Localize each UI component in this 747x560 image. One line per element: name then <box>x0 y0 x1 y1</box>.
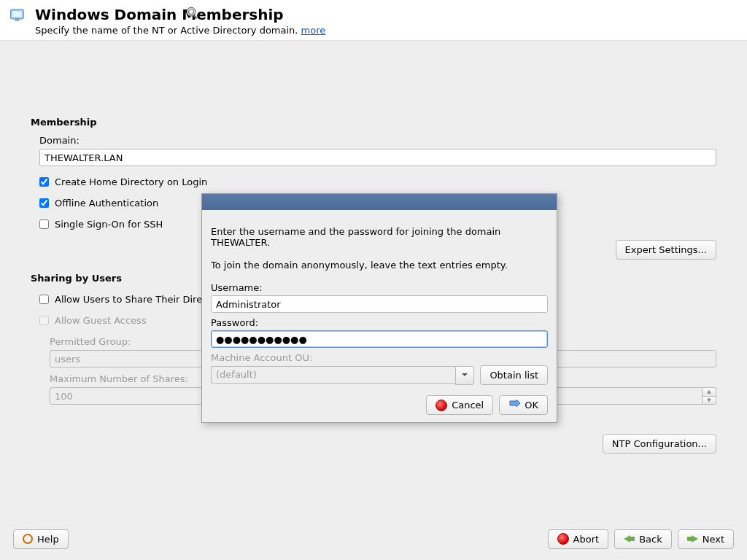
cancel-icon <box>436 400 447 411</box>
password-input[interactable] <box>211 330 548 348</box>
domain-input[interactable] <box>39 149 716 166</box>
allow-guest-label: Allow Guest Access <box>55 315 147 326</box>
next-button[interactable]: Next <box>678 529 734 549</box>
membership-heading: Membership <box>31 117 716 128</box>
machine-ou-combo <box>211 366 474 385</box>
ok-button[interactable]: OK <box>499 395 548 415</box>
sso-ssh-label: Single Sign-On for SSH <box>55 219 163 230</box>
spinner-up-icon: ▲ <box>702 387 716 396</box>
allow-guest-checkbox <box>39 316 49 325</box>
sso-ssh-checkbox[interactable] <box>39 219 49 229</box>
help-button[interactable]: Help <box>13 529 69 549</box>
create-home-label: Create Home Directory on Login <box>55 176 207 187</box>
arrow-right-icon <box>687 535 698 542</box>
page-header: Windows Domain Membership Specify the na… <box>0 0 747 41</box>
domain-icon <box>9 6 28 27</box>
stop-icon <box>557 533 569 545</box>
page-subtitle: Specify the name of the NT or Active Dir… <box>35 25 738 36</box>
ntp-config-button[interactable]: NTP Configuration... <box>603 434 716 454</box>
back-button[interactable]: Back <box>614 529 672 549</box>
cursor-artifact-icon <box>185 6 200 23</box>
offline-auth-checkbox[interactable] <box>39 198 49 208</box>
machine-ou-label: Machine Account OU: <box>211 352 548 363</box>
join-domain-dialog: Enter the username and the password for … <box>201 193 557 423</box>
create-home-checkbox[interactable] <box>39 177 49 187</box>
ok-arrow-icon <box>508 400 520 411</box>
machine-ou-input <box>211 366 455 384</box>
password-label: Password: <box>211 317 548 328</box>
abort-button[interactable]: Abort <box>548 529 609 549</box>
dialog-titlebar[interactable] <box>202 194 557 210</box>
svg-rect-5 <box>193 15 197 19</box>
more-link[interactable]: more <box>301 25 326 36</box>
offline-auth-label: Offline Authentication <box>55 198 158 209</box>
spinner-down-icon: ▼ <box>702 396 716 405</box>
dialog-text-1: Enter the username and the password for … <box>211 226 548 248</box>
dialog-text-2: To join the domain anonymously, leave th… <box>211 260 548 271</box>
domain-label: Domain: <box>39 135 716 146</box>
obtain-list-button[interactable]: Obtain list <box>480 365 548 385</box>
page-title: Windows Domain Membership <box>35 6 738 23</box>
username-input[interactable] <box>211 295 548 313</box>
expert-settings-button[interactable]: Expert Settings... <box>616 240 716 260</box>
footer-bar: Help Abort Back Next <box>0 518 747 560</box>
allow-share-checkbox[interactable] <box>39 295 49 304</box>
username-label: Username: <box>211 282 548 293</box>
cancel-button[interactable]: Cancel <box>426 395 493 415</box>
svg-rect-2 <box>15 20 20 21</box>
arrow-left-icon <box>624 535 635 542</box>
help-icon <box>23 534 33 544</box>
svg-point-4 <box>189 9 194 15</box>
chevron-down-icon[interactable] <box>455 366 474 385</box>
allow-share-label: Allow Users to Share Their Dire <box>55 294 202 305</box>
svg-rect-1 <box>12 11 22 17</box>
